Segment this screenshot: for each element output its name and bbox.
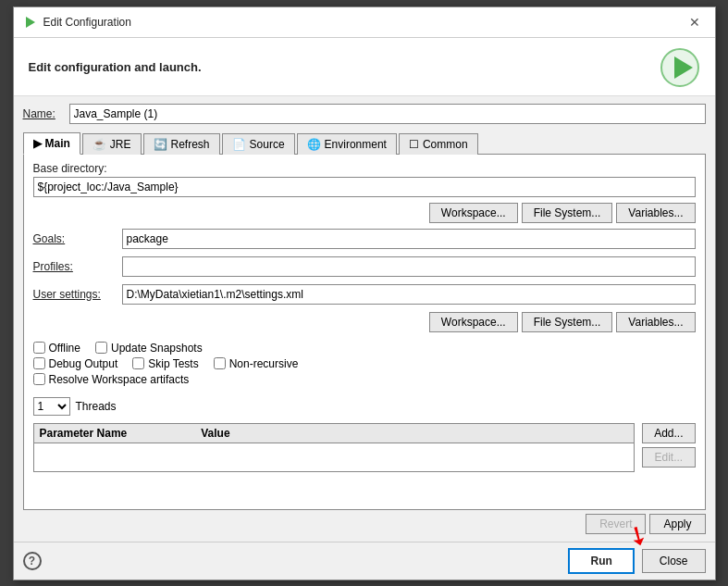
help-button[interactable]: ?	[23, 552, 42, 570]
user-settings-label: User settings:	[33, 288, 117, 301]
main-panel: Base directory: Workspace... File System…	[23, 155, 706, 510]
source-tab-icon: 📄	[232, 138, 246, 151]
skip-tests-checkbox[interactable]	[132, 357, 144, 369]
debug-output-checkbox[interactable]	[33, 357, 45, 369]
non-recursive-checkbox[interactable]	[214, 357, 226, 369]
offline-checkbox-item[interactable]: Offline	[33, 342, 80, 355]
refresh-tab-label: Refresh	[171, 138, 210, 151]
run-button[interactable]: Run	[568, 548, 634, 574]
tab-jre[interactable]: ☕ JRE	[82, 133, 142, 155]
apply-button[interactable]: Apply	[649, 514, 705, 534]
profiles-label: Profiles:	[33, 260, 117, 273]
workspace-button-1[interactable]: Workspace...	[429, 203, 518, 223]
skip-tests-checkbox-item[interactable]: Skip Tests	[132, 357, 198, 370]
file-system-button-2[interactable]: File System...	[522, 312, 613, 332]
checkbox-row-3: Resolve Workspace artifacts	[33, 373, 696, 386]
checkbox-row-2: Debug Output Skip Tests Non-recursive	[33, 357, 696, 370]
skip-tests-label: Skip Tests	[148, 357, 198, 370]
resolve-workspace-label: Resolve Workspace artifacts	[49, 373, 190, 386]
header-area: Edit configuration and launch.	[14, 38, 715, 96]
dialog-icon	[23, 15, 38, 30]
add-button[interactable]: Add...	[642, 423, 695, 443]
user-settings-btn-row: Workspace... File System... Variables...	[33, 312, 696, 332]
params-table-wrapper: Parameter Name Value	[33, 423, 635, 472]
edit-configuration-dialog: Edit Configuration ✕ Edit configuration …	[13, 6, 716, 580]
params-section: Parameter Name Value Add... Edit...	[33, 423, 696, 472]
common-tab-label: Common	[423, 138, 468, 151]
edit-button[interactable]: Edit...	[642, 447, 695, 468]
name-row: Name:	[23, 104, 706, 124]
non-recursive-label: Non-recursive	[229, 357, 299, 370]
update-snapshots-checkbox-item[interactable]: Update Snapshots	[95, 342, 203, 355]
goals-input[interactable]	[122, 229, 696, 249]
tab-common[interactable]: ☐ Common	[399, 133, 478, 155]
name-input[interactable]	[69, 104, 706, 124]
params-table-body	[34, 443, 635, 471]
checkbox-row-1: Offline Update Snapshots	[33, 342, 696, 355]
user-settings-row: User settings:	[33, 284, 696, 305]
close-button[interactable]: Close	[642, 549, 706, 573]
update-snapshots-checkbox[interactable]	[95, 342, 107, 354]
content-area: Name: ▶ Main ☕ JRE 🔄 Refresh 📄 Source 🌐	[14, 96, 715, 542]
environment-tab-label: Environment	[325, 138, 387, 151]
footer-left: ?	[23, 552, 42, 570]
title-bar-left: Edit Configuration	[23, 15, 131, 30]
threads-label: Threads	[76, 400, 117, 413]
tab-main[interactable]: ▶ Main	[23, 132, 80, 155]
threads-select[interactable]: 1 2 4	[33, 397, 70, 416]
common-tab-icon: ☐	[409, 138, 419, 151]
resolve-workspace-checkbox[interactable]	[33, 373, 45, 385]
offline-label: Offline	[49, 342, 80, 355]
goals-row: Goals:	[33, 229, 696, 249]
update-snapshots-label: Update Snapshots	[111, 342, 203, 355]
profiles-input[interactable]	[122, 256, 696, 277]
base-directory-input[interactable]	[33, 177, 696, 197]
footer: ? ➘ Run Close	[14, 542, 715, 580]
base-directory-label: Base directory:	[33, 162, 696, 175]
title-bar: Edit Configuration ✕	[14, 7, 715, 38]
dialog-title: Edit Configuration	[43, 16, 131, 29]
debug-output-checkbox-item[interactable]: Debug Output	[33, 357, 118, 370]
params-col-name: Parameter Name	[40, 427, 128, 440]
non-recursive-checkbox-item[interactable]: Non-recursive	[214, 357, 299, 370]
debug-output-label: Debug Output	[49, 357, 118, 370]
tabs-bar: ▶ Main ☕ JRE 🔄 Refresh 📄 Source 🌐 Enviro…	[23, 131, 706, 155]
file-system-button-1[interactable]: File System...	[522, 203, 613, 223]
profiles-row: Profiles:	[33, 256, 696, 277]
revert-button[interactable]: Revert	[586, 514, 646, 534]
goals-label: Goals:	[33, 232, 117, 245]
refresh-tab-icon: 🔄	[154, 138, 167, 151]
run-icon	[660, 47, 700, 88]
tab-refresh[interactable]: 🔄 Refresh	[143, 133, 220, 155]
name-label: Name:	[23, 107, 64, 120]
jre-tab-label: JRE	[110, 138, 131, 151]
offline-checkbox[interactable]	[33, 342, 45, 354]
params-right-buttons: Add... Edit...	[642, 423, 695, 468]
jre-tab-icon: ☕	[93, 138, 106, 151]
workspace-button-2[interactable]: Workspace...	[429, 312, 518, 332]
params-col-value: Value	[201, 427, 229, 440]
base-directory-section: Base directory:	[33, 162, 696, 197]
source-tab-label: Source	[250, 138, 285, 151]
bottom-buttons: Revert Apply	[23, 510, 706, 534]
checkboxes-section: Offline Update Snapshots Debug Output Sk…	[33, 342, 696, 386]
threads-row: 1 2 4 Threads	[33, 397, 696, 416]
variables-button-2[interactable]: Variables...	[616, 312, 695, 332]
resolve-workspace-checkbox-item[interactable]: Resolve Workspace artifacts	[33, 373, 190, 386]
tab-source[interactable]: 📄 Source	[222, 133, 295, 155]
variables-button-1[interactable]: Variables...	[616, 203, 695, 223]
params-header: Parameter Name Value	[34, 424, 635, 443]
user-settings-input[interactable]	[122, 284, 696, 305]
header-title: Edit configuration and launch.	[29, 60, 202, 74]
params-table: Parameter Name Value	[33, 423, 635, 472]
footer-right: ➘ Run Close	[568, 548, 705, 574]
environment-tab-icon: 🌐	[307, 138, 321, 151]
window-close-button[interactable]: ✕	[684, 13, 706, 31]
base-directory-btn-row: Workspace... File System... Variables...	[33, 203, 696, 223]
tab-environment[interactable]: 🌐 Environment	[297, 133, 397, 155]
main-tab-label: Main	[45, 137, 70, 150]
main-tab-icon: ▶	[33, 137, 42, 150]
